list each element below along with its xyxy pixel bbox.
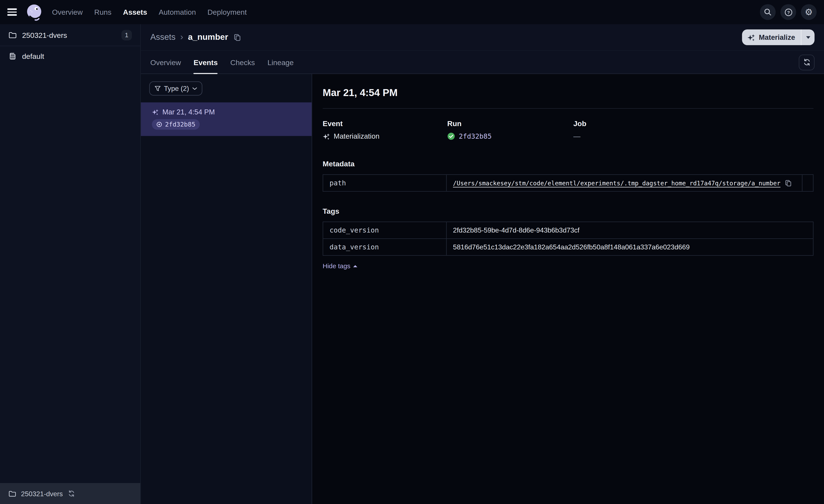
search-icon (763, 8, 772, 16)
filter-funnel-icon (154, 85, 161, 92)
event-detail-panel: Mar 21, 4:54 PM Event (312, 74, 824, 504)
detail-divider (323, 108, 813, 109)
chevron-down-icon (192, 87, 197, 90)
hide-tags-label: Hide tags (323, 263, 350, 270)
asset-count-badge: 1 (121, 30, 132, 40)
run-id-link[interactable]: 2fd32b85 (459, 132, 492, 140)
help-icon: ? (784, 8, 793, 16)
materialize-button[interactable]: Materialize (742, 29, 801, 45)
folder-icon (8, 31, 17, 39)
table-row: code_version 2fd32b85-59be-4d7d-8d6e-943… (323, 222, 813, 238)
asset-tabs: Overview Events Checks Lineage (150, 51, 294, 73)
dagster-logo-icon[interactable] (25, 3, 43, 21)
caret-down-icon (806, 36, 810, 38)
materialize-dropdown-button[interactable] (802, 29, 815, 45)
materialize-button-label: Materialize (759, 33, 795, 41)
table-row: path /Users/smackesey/stm/code/elementl/… (323, 175, 813, 191)
sync-icon (803, 58, 811, 66)
sidebar-item-group-default[interactable]: default (0, 46, 140, 66)
copy-path-button[interactable] (785, 179, 792, 187)
nav-link-deployment[interactable]: Deployment (207, 8, 246, 16)
sync-icon[interactable] (68, 490, 75, 497)
sparkle-icon (747, 33, 755, 41)
gear-icon: ⚙ (805, 8, 813, 16)
tab-checks-label: Checks (230, 58, 255, 67)
caret-up-icon (353, 265, 357, 267)
folder-icon (8, 490, 16, 497)
tab-overview-label: Overview (150, 58, 181, 67)
metadata-path-link[interactable]: /Users/smackesey/stm/code/elementl/exper… (453, 179, 781, 187)
tags-table: code_version 2fd32b85-59be-4d7d-8d6e-943… (323, 222, 813, 256)
chevron-right-icon: › (180, 32, 183, 43)
event-item-run-id: 2fd32b85 (165, 121, 195, 128)
sidebar-item-code-location[interactable]: 250321-dvers 1 (0, 24, 140, 46)
sidebar-footer-label: 250321-dvers (21, 490, 63, 497)
dagster-app: Overview Runs Assets Automation Deployme… (0, 0, 824, 504)
hide-tags-link[interactable]: Hide tags (323, 263, 357, 270)
tab-events-label: Events (194, 58, 218, 67)
page-title-asset-name: a_number (188, 32, 228, 42)
asset-main: Assets › a_number (141, 24, 824, 504)
run-status-target-icon (156, 121, 163, 128)
asset-tabs-row: Overview Events Checks Lineage (141, 51, 824, 74)
tab-events[interactable]: Events (194, 51, 218, 73)
asset-header: Assets › a_number (141, 24, 824, 51)
events-list-panel: Type (2) (141, 74, 312, 504)
nav-link-overview[interactable]: Overview (52, 8, 83, 16)
asset-group-icon (8, 52, 17, 60)
event-detail-title: Mar 21, 4:54 PM (323, 87, 813, 99)
metadata-heading: Metadata (323, 160, 813, 168)
run-column-header: Run (447, 119, 574, 128)
metadata-table: path /Users/smackesey/stm/code/elementl/… (323, 174, 813, 192)
event-list-item-selected[interactable]: Mar 21, 4:54 PM 2fd32b85 (141, 102, 312, 136)
tag-value: 5816d76e51c13dac22e3fa182a654aa2d526fb50… (447, 239, 813, 255)
event-item-run-badge[interactable]: 2fd32b85 (152, 119, 199, 130)
job-column-header: Job (573, 119, 813, 128)
main-nav-links: Overview Runs Assets Automation Deployme… (52, 8, 246, 16)
run-column: Run 2fd32b85 (447, 119, 574, 140)
table-row: data_version 5816d76e51c13dac22e3fa182a6… (323, 238, 813, 255)
sidebar-group-label: default (22, 52, 44, 60)
event-column: Event Materialization (323, 119, 447, 140)
nav-link-runs[interactable]: Runs (94, 8, 111, 16)
events-filter-row: Type (2) (141, 74, 312, 96)
hamburger-menu-icon[interactable] (7, 8, 17, 16)
job-value: — (573, 132, 581, 140)
search-button[interactable] (760, 4, 776, 20)
tab-lineage[interactable]: Lineage (268, 51, 294, 73)
asset-catalog-sidebar: 250321-dvers 1 default (0, 24, 141, 504)
metadata-key: path (323, 175, 447, 191)
tab-checks[interactable]: Checks (230, 51, 255, 73)
job-column: Job — (573, 119, 813, 140)
tag-key: code_version (323, 222, 447, 238)
sidebar-footer-location[interactable]: 250321-dvers (0, 483, 140, 504)
event-type-value: Materialization (334, 132, 379, 140)
materialize-split-button: Materialize (742, 29, 815, 45)
events-content: Type (2) (141, 74, 824, 504)
materialization-sparkle-icon (152, 109, 159, 116)
tag-key: data_version (323, 239, 447, 255)
run-success-check-icon (447, 132, 455, 140)
type-filter-button[interactable]: Type (2) (149, 81, 202, 96)
tab-lineage-label: Lineage (268, 58, 294, 67)
tag-value: 2fd32b85-59be-4d7d-8d6e-943b6b3d73cf (447, 222, 813, 238)
event-column-header: Event (323, 119, 447, 128)
svg-text:?: ? (787, 9, 790, 14)
nav-link-automation[interactable]: Automation (159, 8, 196, 16)
event-item-timestamp: Mar 21, 4:54 PM (163, 108, 215, 116)
tab-overview[interactable]: Overview (150, 51, 181, 73)
settings-button[interactable]: ⚙ (801, 4, 817, 20)
event-summary-columns: Event Materialization (323, 119, 813, 140)
help-button[interactable]: ? (781, 4, 796, 20)
refresh-events-button[interactable] (799, 54, 815, 70)
copy-asset-name-button[interactable] (233, 33, 241, 41)
type-filter-label: Type (2) (164, 85, 189, 92)
top-nav: Overview Runs Assets Automation Deployme… (0, 0, 824, 24)
sidebar-location-label: 250321-dvers (22, 31, 67, 39)
app-body: 250321-dvers 1 default (0, 24, 824, 504)
materialization-sparkle-icon (323, 133, 330, 140)
top-nav-actions: ? ⚙ (760, 4, 817, 20)
metadata-row-end-cell (802, 175, 813, 191)
nav-link-assets[interactable]: Assets (123, 8, 147, 16)
breadcrumb-assets-link[interactable]: Assets (150, 32, 176, 42)
